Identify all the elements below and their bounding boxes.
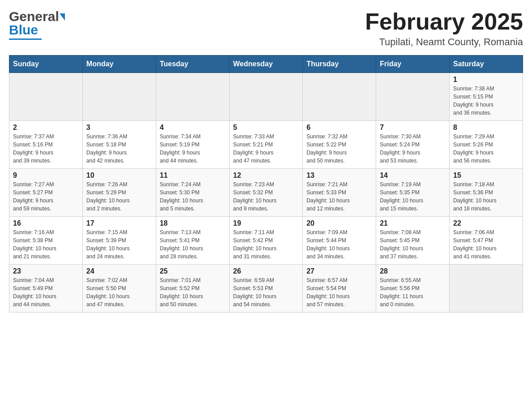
day-cell: 3Sunrise: 7:36 AM Sunset: 5:18 PM Daylig… — [82, 121, 156, 169]
day-number: 22 — [453, 219, 519, 227]
day-info: Sunrise: 7:23 AM Sunset: 5:32 PM Dayligh… — [233, 180, 299, 213]
day-info: Sunrise: 7:21 AM Sunset: 5:33 PM Dayligh… — [306, 180, 372, 213]
week-row-1: 1Sunrise: 7:38 AM Sunset: 5:15 PM Daylig… — [9, 73, 523, 121]
day-cell: 14Sunrise: 7:19 AM Sunset: 5:35 PM Dayli… — [376, 169, 450, 217]
day-cell: 28Sunrise: 6:55 AM Sunset: 5:56 PM Dayli… — [376, 265, 450, 313]
day-info: Sunrise: 7:34 AM Sunset: 5:19 PM Dayligh… — [160, 133, 226, 165]
day-cell: 21Sunrise: 7:08 AM Sunset: 5:45 PM Dayli… — [376, 217, 450, 265]
day-number: 6 — [306, 124, 372, 132]
day-info: Sunrise: 7:09 AM Sunset: 5:44 PM Dayligh… — [306, 228, 372, 261]
logo-blue-text: Blue — [9, 22, 42, 40]
header-thursday: Thursday — [303, 56, 376, 73]
location-title: Tupilati, Neamt County, Romania — [365, 36, 523, 48]
day-cell — [82, 73, 156, 121]
day-info: Sunrise: 7:32 AM Sunset: 5:22 PM Dayligh… — [306, 133, 372, 165]
day-cell — [376, 73, 450, 121]
logo: General Blue — [9, 9, 65, 40]
day-cell: 18Sunrise: 7:13 AM Sunset: 5:41 PM Dayli… — [156, 217, 229, 265]
week-row-5: 23Sunrise: 7:04 AM Sunset: 5:49 PM Dayli… — [9, 265, 523, 313]
day-number: 4 — [160, 124, 226, 132]
header-wednesday: Wednesday — [229, 56, 303, 73]
day-info: Sunrise: 7:11 AM Sunset: 5:42 PM Dayligh… — [233, 228, 299, 261]
day-info: Sunrise: 7:24 AM Sunset: 5:30 PM Dayligh… — [160, 180, 226, 213]
day-cell — [229, 73, 303, 121]
day-cell: 15Sunrise: 7:18 AM Sunset: 5:36 PM Dayli… — [450, 169, 523, 217]
day-number: 11 — [160, 171, 226, 180]
week-row-4: 16Sunrise: 7:16 AM Sunset: 5:38 PM Dayli… — [9, 217, 523, 265]
day-number: 7 — [380, 124, 446, 132]
day-info: Sunrise: 7:18 AM Sunset: 5:36 PM Dayligh… — [453, 180, 519, 213]
day-info: Sunrise: 7:13 AM Sunset: 5:41 PM Dayligh… — [160, 228, 226, 261]
day-cell: 8Sunrise: 7:29 AM Sunset: 5:26 PM Daylig… — [450, 121, 523, 169]
day-cell — [9, 73, 83, 121]
header-monday: Monday — [82, 56, 156, 73]
header-sunday: Sunday — [9, 56, 83, 73]
header-saturday: Saturday — [450, 56, 523, 73]
day-cell: 7Sunrise: 7:30 AM Sunset: 5:24 PM Daylig… — [376, 121, 450, 169]
day-number: 16 — [13, 219, 79, 227]
day-info: Sunrise: 7:30 AM Sunset: 5:24 PM Dayligh… — [380, 133, 446, 165]
title-area: February 2025 Tupilati, Neamt County, Ro… — [365, 9, 523, 48]
week-row-2: 2Sunrise: 7:37 AM Sunset: 5:16 PM Daylig… — [9, 121, 523, 169]
day-number: 20 — [306, 219, 372, 227]
day-cell: 4Sunrise: 7:34 AM Sunset: 5:19 PM Daylig… — [156, 121, 229, 169]
day-info: Sunrise: 6:59 AM Sunset: 5:53 PM Dayligh… — [233, 276, 299, 308]
day-cell: 2Sunrise: 7:37 AM Sunset: 5:16 PM Daylig… — [9, 121, 83, 169]
logo-general-text: General — [9, 9, 59, 24]
day-cell: 10Sunrise: 7:26 AM Sunset: 5:29 PM Dayli… — [82, 169, 156, 217]
day-number: 25 — [160, 267, 226, 275]
day-info: Sunrise: 7:27 AM Sunset: 5:27 PM Dayligh… — [13, 180, 79, 213]
day-info: Sunrise: 7:26 AM Sunset: 5:29 PM Dayligh… — [86, 180, 152, 213]
day-cell: 12Sunrise: 7:23 AM Sunset: 5:32 PM Dayli… — [229, 169, 303, 217]
day-info: Sunrise: 7:04 AM Sunset: 5:49 PM Dayligh… — [13, 276, 79, 308]
day-info: Sunrise: 7:36 AM Sunset: 5:18 PM Dayligh… — [86, 133, 152, 165]
day-info: Sunrise: 7:37 AM Sunset: 5:16 PM Dayligh… — [13, 133, 79, 165]
day-number: 9 — [13, 171, 79, 180]
day-info: Sunrise: 6:55 AM Sunset: 5:56 PM Dayligh… — [380, 276, 446, 308]
month-title: February 2025 — [365, 9, 523, 34]
day-cell: 9Sunrise: 7:27 AM Sunset: 5:27 PM Daylig… — [9, 169, 83, 217]
day-number: 24 — [86, 267, 152, 275]
day-number: 1 — [453, 76, 519, 84]
day-number: 5 — [233, 124, 299, 132]
day-number: 3 — [86, 124, 152, 132]
logo-triangle-icon — [60, 13, 65, 21]
day-cell: 23Sunrise: 7:04 AM Sunset: 5:49 PM Dayli… — [9, 265, 83, 313]
day-cell — [156, 73, 229, 121]
day-cell: 20Sunrise: 7:09 AM Sunset: 5:44 PM Dayli… — [303, 217, 376, 265]
header-tuesday: Tuesday — [156, 56, 229, 73]
day-info: Sunrise: 7:19 AM Sunset: 5:35 PM Dayligh… — [380, 180, 446, 213]
day-cell: 5Sunrise: 7:33 AM Sunset: 5:21 PM Daylig… — [229, 121, 303, 169]
header: General Blue February 2025 Tupilati, Nea… — [9, 9, 523, 48]
day-info: Sunrise: 7:06 AM Sunset: 5:47 PM Dayligh… — [453, 228, 519, 261]
day-cell — [450, 265, 523, 313]
day-cell — [303, 73, 376, 121]
day-number: 21 — [380, 219, 446, 227]
day-cell: 17Sunrise: 7:15 AM Sunset: 5:39 PM Dayli… — [82, 217, 156, 265]
day-number: 26 — [233, 267, 299, 275]
day-info: Sunrise: 7:38 AM Sunset: 5:15 PM Dayligh… — [453, 85, 519, 117]
day-number: 2 — [13, 124, 79, 132]
day-number: 28 — [380, 267, 446, 275]
week-row-3: 9Sunrise: 7:27 AM Sunset: 5:27 PM Daylig… — [9, 169, 523, 217]
day-info: Sunrise: 7:01 AM Sunset: 5:52 PM Dayligh… — [160, 276, 226, 308]
day-cell: 6Sunrise: 7:32 AM Sunset: 5:22 PM Daylig… — [303, 121, 376, 169]
day-info: Sunrise: 7:16 AM Sunset: 5:38 PM Dayligh… — [13, 228, 79, 261]
day-number: 18 — [160, 219, 226, 227]
day-number: 17 — [86, 219, 152, 227]
day-info: Sunrise: 6:57 AM Sunset: 5:54 PM Dayligh… — [306, 276, 372, 308]
day-number: 14 — [380, 171, 446, 180]
day-number: 8 — [453, 124, 519, 132]
day-cell: 25Sunrise: 7:01 AM Sunset: 5:52 PM Dayli… — [156, 265, 229, 313]
day-info: Sunrise: 7:08 AM Sunset: 5:45 PM Dayligh… — [380, 228, 446, 261]
day-cell: 16Sunrise: 7:16 AM Sunset: 5:38 PM Dayli… — [9, 217, 83, 265]
day-cell: 27Sunrise: 6:57 AM Sunset: 5:54 PM Dayli… — [303, 265, 376, 313]
day-cell: 22Sunrise: 7:06 AM Sunset: 5:47 PM Dayli… — [450, 217, 523, 265]
day-number: 12 — [233, 171, 299, 180]
header-friday: Friday — [376, 56, 450, 73]
day-info: Sunrise: 7:02 AM Sunset: 5:50 PM Dayligh… — [86, 276, 152, 308]
day-number: 23 — [13, 267, 79, 275]
day-cell: 24Sunrise: 7:02 AM Sunset: 5:50 PM Dayli… — [82, 265, 156, 313]
weekday-header-row: SundayMondayTuesdayWednesdayThursdayFrid… — [9, 56, 523, 73]
day-cell: 11Sunrise: 7:24 AM Sunset: 5:30 PM Dayli… — [156, 169, 229, 217]
